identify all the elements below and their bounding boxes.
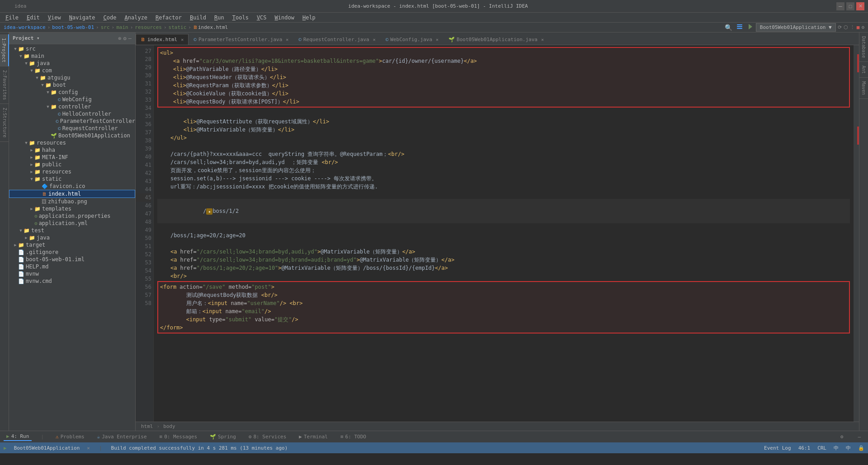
run-app-name[interactable]: Boot05Web01Application	[14, 445, 80, 451]
tree-item-resources[interactable]: ▼ 📁 resources	[9, 139, 135, 146]
maven-tab[interactable]: Maven	[859, 78, 868, 99]
run-panel-collapse[interactable]: –	[854, 434, 864, 440]
menu-build[interactable]: Build	[186, 14, 210, 22]
breadcrumb-part[interactable]: idea-workspace	[4, 24, 46, 30]
tree-item-boot05application[interactable]: 🌱 Boot05Web01Application	[9, 132, 135, 139]
tab-indexhtml[interactable]: 🗎 index.html ✕	[136, 34, 189, 45]
menu-help[interactable]: Help	[299, 14, 319, 22]
bottom-breadcrumb-body[interactable]: body	[163, 423, 175, 429]
menu-code[interactable]: Code	[100, 14, 120, 22]
toolbar-build[interactable]: ⬡	[844, 24, 848, 30]
tab-close-indexhtml[interactable]: ✕	[181, 37, 184, 42]
breadcrumb-part[interactable]: resources	[135, 24, 162, 30]
tree-item-requestcontroller[interactable]: © RequestController	[9, 125, 135, 132]
breadcrumb-part[interactable]: main	[116, 24, 128, 30]
tree-item-controller[interactable]: ▼ 📁 controller	[9, 103, 135, 110]
breadcrumb-part[interactable]: src	[101, 24, 110, 30]
favorites-tab[interactable]: 2:Favorites	[0, 66, 9, 104]
run-panel-settings[interactable]: ⚙	[837, 434, 847, 440]
menu-navigate[interactable]: Navigate	[66, 14, 99, 22]
ant-tab[interactable]: Ant	[859, 62, 868, 78]
tree-item-appprops[interactable]: ⚙ application.properties	[9, 212, 135, 220]
tree-item-parametertestcontroller[interactable]: © ParameterTestController	[9, 117, 135, 125]
tree-item-main[interactable]: ▼ 📁 main	[9, 52, 135, 60]
menu-tools[interactable]: Tools	[229, 14, 252, 22]
run-tab-todo[interactable]: ≡ 6: TODO	[338, 433, 369, 441]
run-tab-messages[interactable]: ≡ 0: Messages	[157, 433, 200, 441]
tree-item-atguigu[interactable]: ▼ 📁 atguigu	[9, 74, 135, 81]
tree-item-metainf[interactable]: ▶ 📁 META-INF	[9, 154, 135, 161]
tree-item-hellocontroller[interactable]: © HelloController	[9, 110, 135, 117]
run-tab-javaenterprise[interactable]: ☕ Java Enterprise	[94, 433, 150, 441]
breadcrumb-part[interactable]: boot-05-web-01	[52, 24, 94, 30]
tab-close-rc[interactable]: ✕	[373, 37, 376, 42]
menu-view[interactable]: View	[44, 14, 65, 22]
menu-analyze[interactable]: Analyze	[121, 14, 151, 22]
menu-window[interactable]: Window	[271, 14, 298, 22]
menu-edit[interactable]: Edit	[23, 14, 43, 22]
tree-item-src[interactable]: ▼ 📁 src	[9, 45, 135, 52]
toolbar-more[interactable]: ⋮	[850, 24, 855, 30]
tab-webconfig[interactable]: © WebConfig.java ✕	[381, 34, 443, 45]
breadcrumb-part[interactable]: index.html	[198, 24, 228, 30]
tab-close-wc[interactable]: ✕	[436, 37, 439, 42]
toolbar-settings2[interactable]: ⚙	[861, 24, 864, 30]
run-close-icon[interactable]: ✕	[87, 445, 90, 451]
run-tab-services[interactable]: ⚙ 8: Services	[246, 433, 289, 441]
tab-requestcontroller[interactable]: © RequestController.java ✕	[293, 34, 380, 45]
tree-item-haha[interactable]: ▶ 📁 haha	[9, 146, 135, 154]
bottom-breadcrumb-html[interactable]: html	[141, 423, 153, 429]
tab-close-boot[interactable]: ✕	[541, 37, 544, 42]
menu-run[interactable]: Run	[211, 14, 228, 22]
run-tab-run[interactable]: ▶ 4: Run	[4, 432, 32, 441]
run-tab-terminal[interactable]: ▶ Terminal	[296, 433, 330, 441]
tree-item-static[interactable]: ▼ 📁 static	[9, 175, 135, 183]
tree-item-appyml[interactable]: ⚙ application.yml	[9, 220, 135, 227]
event-log[interactable]: Event Log	[764, 445, 791, 451]
tree-item-zhifubao[interactable]: 🖼 zhifubao.png	[9, 198, 135, 205]
tree-item-helpmd[interactable]: 📄 HELP.md	[9, 263, 135, 270]
tab-boot05application[interactable]: 🌱 Boot05Web01Application.java ✕	[443, 34, 549, 45]
tree-item-boot[interactable]: ▼ 📁 boot	[9, 81, 135, 89]
tab-parametertestcontroller[interactable]: © ParameterTestController.java ✕	[189, 34, 293, 45]
maximize-button[interactable]: □	[846, 2, 854, 10]
menu-refactor[interactable]: Refactor	[152, 14, 185, 22]
tree-item-iml[interactable]: 📄 boot-05-web-01.iml	[9, 256, 135, 263]
tree-item-mvnwcmd[interactable]: 📄 mvnw.cmd	[9, 277, 135, 285]
breadcrumb-settings-icon[interactable]	[736, 23, 743, 32]
run-tab-spring[interactable]: 🌱 Spring	[207, 433, 239, 441]
tab-close-ptc[interactable]: ✕	[286, 37, 288, 42]
tree-item-config[interactable]: ▼ 📁 config	[9, 89, 135, 96]
tree-item-favicon[interactable]: 🔷 favicon.ico	[9, 183, 135, 190]
minimize-button[interactable]: ─	[836, 2, 844, 10]
tree-item-templates[interactable]: ▶ 📁 templates	[9, 205, 135, 212]
menu-file[interactable]: File	[2, 14, 22, 22]
tree-item-java[interactable]: ▼ 📁 java	[9, 60, 135, 67]
breadcrumb-dropdown[interactable]: Boot05Web01Application ▼	[756, 23, 836, 32]
tree-item-com[interactable]: ▼ 📁 com	[9, 67, 135, 74]
project-settings-icon[interactable]: ⚙	[123, 35, 127, 42]
tree-item-public[interactable]: ▶ 📁 public	[9, 161, 135, 168]
run-tab-problems[interactable]: ⚠ Problems	[53, 433, 87, 441]
toolbar-stop[interactable]: ■	[857, 24, 860, 30]
breadcrumb-run-icon[interactable]	[747, 23, 754, 32]
tree-item-resources2[interactable]: ▶ 📁 resources	[9, 168, 135, 175]
tree-item-mvnw[interactable]: 📄 mvnw	[9, 270, 135, 277]
project-tab[interactable]: 1:Project	[0, 34, 9, 66]
database-tab[interactable]: Database	[859, 33, 868, 62]
project-collapse-icon[interactable]: –	[128, 35, 132, 42]
structure-tab[interactable]: Z:Structure	[0, 104, 9, 141]
project-locate-icon[interactable]: ⊕	[118, 35, 121, 42]
tree-item-gitignore[interactable]: 📄 .gitignore	[9, 249, 135, 256]
breadcrumb-part[interactable]: static	[169, 24, 187, 30]
tree-item-testjava[interactable]: ▶ 📁 java	[9, 234, 135, 241]
code-content[interactable]: <ul> <a href="car/3/owner/lisi?age=18&in…	[154, 45, 854, 422]
breadcrumb-search-icon[interactable]: 🔍	[725, 24, 732, 31]
tree-item-test[interactable]: ▼ 📁 test	[9, 227, 135, 234]
menu-vcs[interactable]: VCS	[253, 14, 270, 22]
close-button[interactable]: ✕	[856, 2, 864, 10]
tree-item-indexhtml[interactable]: 🗎 index.html	[9, 190, 135, 198]
tree-item-webconfig[interactable]: © WebConfig	[9, 96, 135, 103]
tree-item-target[interactable]: ▶ 📁 target	[9, 241, 135, 249]
toolbar-refresh[interactable]: ⟳	[838, 24, 842, 30]
